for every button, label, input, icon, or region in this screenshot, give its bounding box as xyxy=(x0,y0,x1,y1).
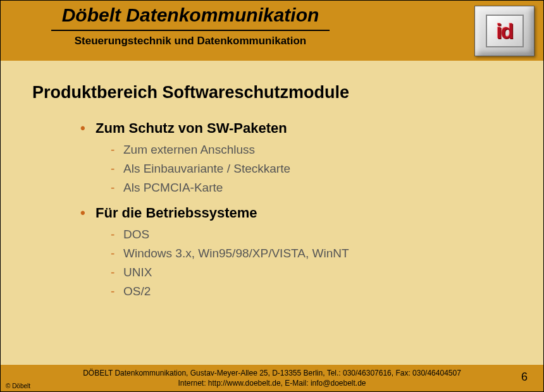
list-item: DOS xyxy=(123,228,512,242)
logo-frame: id xyxy=(474,6,535,56)
list-item: Als PCMCIA-Karte xyxy=(123,181,512,195)
slide-footer: © Döbelt DÖBELT Datenkommunikation, Gust… xyxy=(1,365,543,391)
footer-line1: DÖBELT Datenkommunikation, Gustav-Meyer-… xyxy=(1,368,543,378)
section-heading: Zum Schutz von SW-Paketen xyxy=(96,120,512,137)
footer-contact: DÖBELT Datenkommunikation, Gustav-Meyer-… xyxy=(1,368,543,388)
content-title: Produktbereich Softwareschutzmodule xyxy=(32,83,512,102)
company-title: Döbelt Datenkommunikation xyxy=(51,4,330,31)
list-item: UNIX xyxy=(123,266,512,279)
list-item: Windows 3.x, Win95/98/XP/VISTA, WinNT xyxy=(123,247,512,260)
slide-content: Produktbereich Softwareschutzmodule Zum … xyxy=(1,61,543,298)
slide-header: Döbelt Datenkommunikation Steuerungstech… xyxy=(1,1,543,61)
company-subtitle: Steuerungstechnik und Datenkommunikation xyxy=(51,35,330,47)
section-heading: Für die Betriebssysteme xyxy=(96,205,512,221)
page-number: 6 xyxy=(521,371,528,384)
bullet-container: Zum Schutz von SW-Paketen Zum externen A… xyxy=(32,120,512,298)
list-item: Zum externen Anschluss xyxy=(123,143,512,157)
footer-line2: Internet: http://www.doebelt.de, E-Mail:… xyxy=(1,378,543,388)
copyright-text: © Döbelt xyxy=(6,383,30,389)
list-item: OS/2 xyxy=(123,285,512,298)
header-text-block: Döbelt Datenkommunikation Steuerungstech… xyxy=(1,1,543,47)
logo-inner: id xyxy=(486,15,524,47)
list-item: Als Einbauvariante / Steckkarte xyxy=(123,162,512,176)
logo-text: id xyxy=(496,19,512,44)
